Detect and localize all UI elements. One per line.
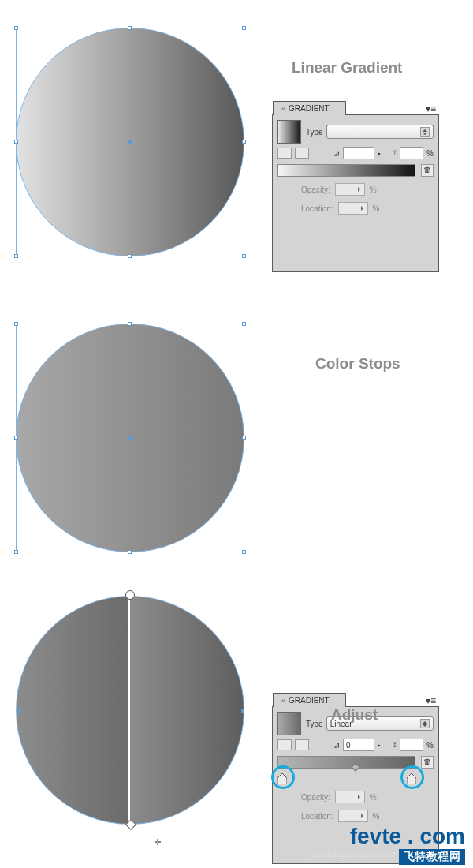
- resize-handle[interactable]: [242, 322, 246, 326]
- angle-input[interactable]: [343, 147, 374, 159]
- resize-handle[interactable]: [242, 254, 246, 258]
- opacity-input[interactable]: [335, 183, 365, 196]
- selection-bounding-box[interactable]: [16, 324, 244, 552]
- preview-circle-adjust: [16, 596, 244, 825]
- opacity-label: Opacity:: [301, 185, 330, 194]
- watermark: fevte . com 飞特教程网: [350, 824, 465, 865]
- watermark-sub: 飞特教程网: [399, 849, 466, 865]
- resize-handle[interactable]: [242, 26, 246, 30]
- collapse-toggle-icon[interactable]: «: [281, 105, 285, 113]
- panel-menu-icon[interactable]: ▾≡: [426, 103, 436, 114]
- aspect-icon: ⟟: [393, 148, 397, 158]
- section-color-stops: Color Stops « GRADIENT ▾≡ Type Linear ⊿ …: [16, 312, 457, 564]
- selection-bounding-box[interactable]: [16, 28, 244, 256]
- section-title: Adjust: [331, 706, 378, 724]
- resize-handle[interactable]: [128, 26, 132, 30]
- resize-handle[interactable]: [128, 322, 132, 326]
- resize-handle[interactable]: [128, 254, 132, 258]
- percent-label: %: [370, 185, 377, 194]
- reverse-gradient-button[interactable]: [277, 148, 292, 159]
- section-title: Linear Gradient: [292, 59, 402, 77]
- stepper-icon[interactable]: ▸: [378, 150, 381, 157]
- center-point-icon: [128, 436, 132, 440]
- resize-handle[interactable]: [14, 550, 18, 554]
- panel-title: GRADIENT: [289, 104, 330, 113]
- delete-stop-button[interactable]: 🗑: [421, 164, 434, 177]
- gradient-ramp[interactable]: [277, 164, 415, 177]
- resize-handle[interactable]: [242, 550, 246, 554]
- resize-handle[interactable]: [14, 436, 18, 440]
- resize-handle[interactable]: [242, 140, 246, 144]
- resize-handle[interactable]: [14, 322, 18, 326]
- percent-label: %: [426, 149, 434, 158]
- gradient-origin-handle[interactable]: [125, 590, 135, 600]
- percent-label: %: [373, 204, 380, 213]
- anchor-point-icon[interactable]: [241, 709, 244, 713]
- resize-handle[interactable]: [242, 436, 246, 440]
- angle-icon: ⊿: [333, 148, 340, 158]
- watermark-brand: fevte . com: [350, 824, 465, 849]
- gradient-annotator-line[interactable]: [128, 596, 130, 825]
- anchor-point-icon[interactable]: [18, 709, 21, 713]
- section-linear-gradient: Linear Gradient « GRADIENT ▾≡ Type ⊿: [16, 16, 457, 268]
- center-point-icon: [128, 140, 132, 144]
- location-label: Location:: [301, 204, 333, 213]
- section-adjust: ✛ Adjust: [16, 584, 457, 829]
- gradient-swatch[interactable]: [277, 120, 301, 144]
- resize-handle[interactable]: [14, 26, 18, 30]
- panel-tab[interactable]: « GRADIENT: [273, 101, 346, 115]
- location-input[interactable]: [338, 202, 368, 215]
- resize-handle[interactable]: [128, 550, 132, 554]
- aspect-input[interactable]: [400, 147, 423, 159]
- cursor-crosshair-icon: ✛: [155, 835, 161, 847]
- section-title: Color Stops: [315, 355, 400, 372]
- dropdown-caret-icon: [420, 127, 430, 137]
- panel-body: Type ⊿ ▸ ⟟ % 🗑: [273, 115, 438, 219]
- type-label: Type: [306, 128, 323, 137]
- type-dropdown[interactable]: [326, 125, 434, 139]
- resize-handle[interactable]: [14, 140, 18, 144]
- gradient-panel: « GRADIENT ▾≡ Type ⊿ ▸ ⟟: [272, 114, 439, 272]
- gradient-options-button[interactable]: [295, 148, 309, 159]
- resize-handle[interactable]: [14, 254, 18, 258]
